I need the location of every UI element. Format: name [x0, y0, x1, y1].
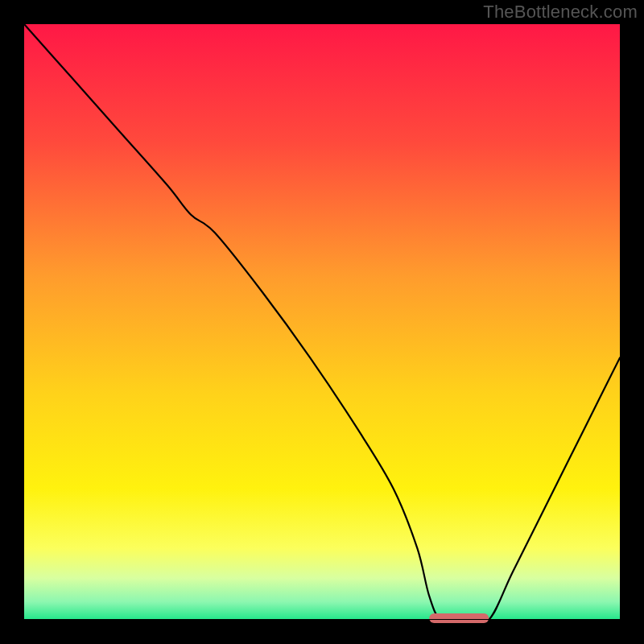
- bottleneck-plot: [0, 0, 644, 644]
- baseline: [24, 619, 620, 620]
- plot-background: [24, 24, 620, 620]
- chart-frame: TheBottleneck.com: [0, 0, 644, 644]
- optimal-range-marker: [429, 613, 489, 623]
- watermark-text: TheBottleneck.com: [483, 2, 638, 23]
